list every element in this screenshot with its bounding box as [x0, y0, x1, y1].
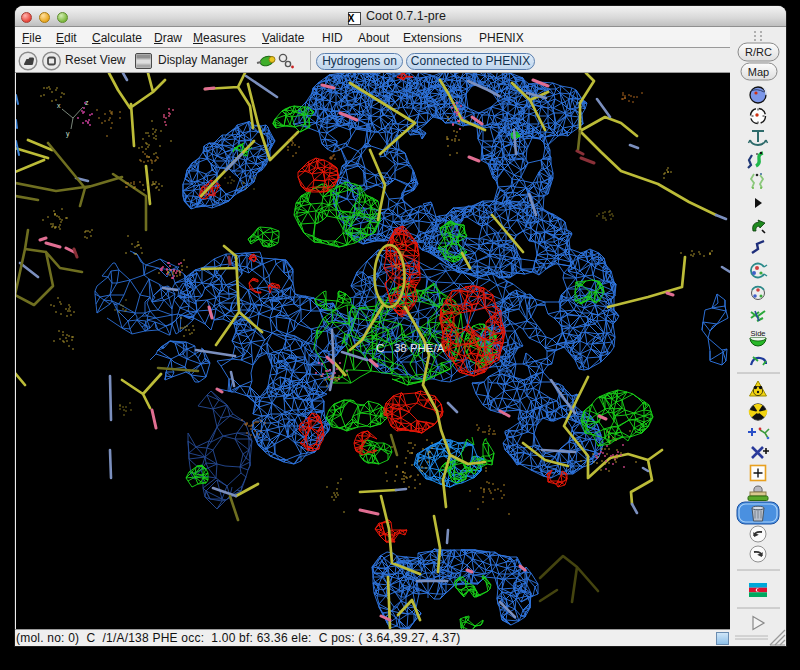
svg-text:C 38 PHE/A: C 38 PHE/A	[376, 342, 445, 354]
svg-text:y: y	[66, 130, 70, 138]
svg-text:z: z	[85, 99, 89, 106]
svg-text:R/RC: R/RC	[745, 46, 772, 58]
svg-text:Map: Map	[748, 66, 769, 78]
svg-text:x: x	[57, 102, 61, 109]
svg-text:Side: Side	[750, 329, 765, 338]
